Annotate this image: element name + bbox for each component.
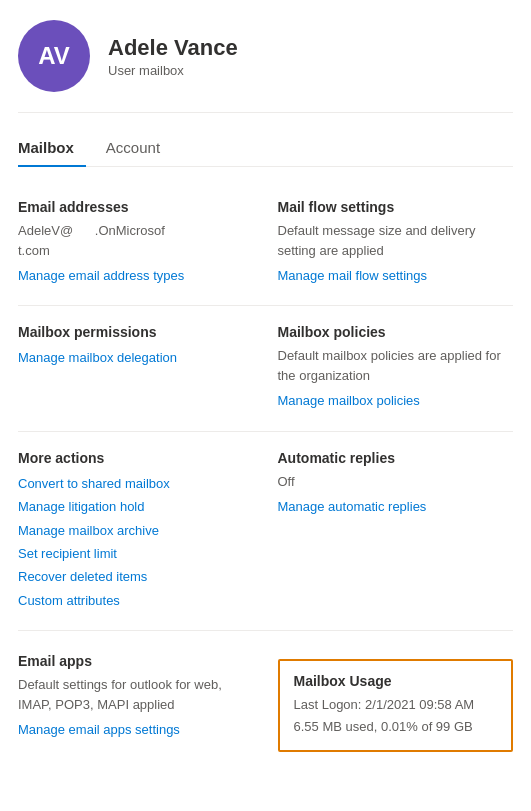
user-info: Adele Vance User mailbox	[108, 35, 238, 78]
mailbox-permissions-title: Mailbox permissions	[18, 324, 254, 340]
divider-2	[18, 431, 513, 432]
mail-flow-settings-section: Mail flow settings Default message size …	[266, 185, 514, 301]
tab-account[interactable]: Account	[106, 131, 172, 166]
manage-mailbox-delegation-link[interactable]: Manage mailbox delegation	[18, 346, 254, 369]
user-type: User mailbox	[108, 63, 238, 78]
email-apps-text: Default settings for outlook for web, IM…	[18, 675, 254, 714]
user-name: Adele Vance	[108, 35, 238, 61]
automatic-replies-status: Off	[278, 472, 514, 492]
manage-mailbox-archive-link[interactable]: Manage mailbox archive	[18, 519, 254, 542]
mailbox-usage-size: 6.55 MB used, 0.01% of 99 GB	[294, 717, 498, 737]
set-recipient-limit-link[interactable]: Set recipient limit	[18, 542, 254, 565]
convert-to-shared-mailbox-link[interactable]: Convert to shared mailbox	[18, 472, 254, 495]
mailbox-usage-box: Mailbox Usage Last Logon: 2/1/2021 09:58…	[278, 659, 514, 752]
bottom-section: Email apps Default settings for outlook …	[18, 639, 513, 766]
email-addresses-section: Email addresses AdeleV@ .OnMicrosoft.com…	[18, 185, 266, 301]
manage-automatic-replies-link[interactable]: Manage automatic replies	[278, 495, 514, 518]
manage-email-address-types-link[interactable]: Manage email address types	[18, 264, 254, 287]
manage-litigation-hold-link[interactable]: Manage litigation hold	[18, 495, 254, 518]
mailbox-policies-title: Mailbox policies	[278, 324, 514, 340]
manage-mailbox-policies-link[interactable]: Manage mailbox policies	[278, 389, 514, 412]
divider-1	[18, 305, 513, 306]
mail-flow-settings-text: Default message size and delivery settin…	[278, 221, 514, 260]
email-apps-section: Email apps Default settings for outlook …	[18, 639, 266, 766]
avatar: AV	[18, 20, 90, 92]
manage-mail-flow-settings-link[interactable]: Manage mail flow settings	[278, 264, 514, 287]
recover-deleted-items-link[interactable]: Recover deleted items	[18, 565, 254, 588]
mailbox-usage-last-logon: Last Logon: 2/1/2021 09:58 AM	[294, 695, 498, 715]
mailbox-policies-text: Default mailbox policies are applied for…	[278, 346, 514, 385]
automatic-replies-section: Automatic replies Off Manage automatic r…	[266, 436, 514, 626]
user-header: AV Adele Vance User mailbox	[18, 20, 513, 113]
email-addresses-title: Email addresses	[18, 199, 254, 215]
main-content: Email addresses AdeleV@ .OnMicrosoft.com…	[18, 185, 513, 635]
mailbox-policies-section: Mailbox policies Default mailbox policie…	[266, 310, 514, 426]
tab-bar: Mailbox Account	[18, 131, 513, 167]
automatic-replies-title: Automatic replies	[278, 450, 514, 466]
more-actions-section: More actions Convert to shared mailbox M…	[18, 436, 266, 626]
email-addresses-value: AdeleV@ .OnMicrosoft.com	[18, 221, 254, 260]
custom-attributes-link[interactable]: Custom attributes	[18, 589, 254, 612]
mailbox-usage-title: Mailbox Usage	[294, 673, 498, 689]
more-actions-title: More actions	[18, 450, 254, 466]
mailbox-usage-section: Mailbox Usage Last Logon: 2/1/2021 09:58…	[266, 639, 514, 766]
mail-flow-settings-title: Mail flow settings	[278, 199, 514, 215]
email-apps-title: Email apps	[18, 653, 254, 669]
tab-mailbox[interactable]: Mailbox	[18, 131, 86, 166]
avatar-initials: AV	[38, 42, 70, 70]
divider-3	[18, 630, 513, 631]
manage-email-apps-settings-link[interactable]: Manage email apps settings	[18, 718, 254, 741]
mailbox-permissions-section: Mailbox permissions Manage mailbox deleg…	[18, 310, 266, 426]
